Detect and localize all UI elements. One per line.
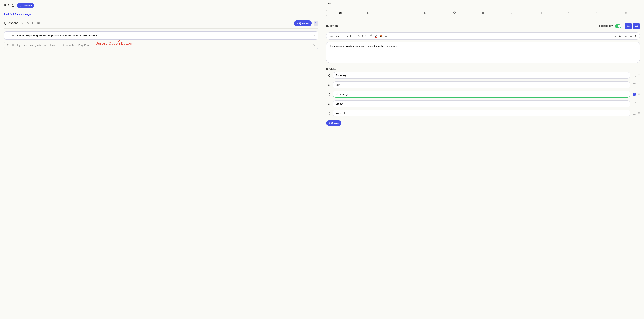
ordered-list-icon[interactable]: 123 <box>614 34 616 38</box>
more-options-button[interactable] <box>314 21 318 26</box>
type-photo-icon[interactable] <box>412 10 440 16</box>
choice-input[interactable] <box>332 110 630 116</box>
choice-letter: a) <box>326 74 330 77</box>
svg-rect-35 <box>625 12 627 14</box>
type-range-icon[interactable] <box>583 10 611 16</box>
svg-rect-20 <box>424 12 427 14</box>
remove-choice-button[interactable]: × <box>638 102 640 105</box>
choice-input[interactable] <box>332 72 630 79</box>
image-button[interactable] <box>633 23 640 29</box>
type-selector <box>326 10 640 16</box>
remove-choice-button[interactable]: × <box>638 83 640 86</box>
editor-toolbar: Sans Serif Small B I U A A 123 <box>326 32 640 39</box>
svg-point-56 <box>620 36 620 36</box>
question-textarea[interactable] <box>326 42 640 63</box>
text-color-icon[interactable]: A <box>375 34 377 38</box>
preview-button[interactable]: Preview <box>17 3 34 8</box>
indent-icon[interactable] <box>630 34 632 38</box>
type-slider-icon[interactable] <box>555 10 583 16</box>
help-icon[interactable] <box>37 21 40 25</box>
link-icon[interactable] <box>370 34 372 38</box>
question-number: 1 <box>7 34 9 37</box>
choice-checkbox[interactable] <box>633 102 636 105</box>
svg-point-31 <box>568 14 569 14</box>
outdent-icon[interactable] <box>624 34 627 38</box>
add-question-label: Question <box>299 22 309 24</box>
left-pane: R12 Preview Last Edit: 2 minutes ago Que… <box>0 0 322 319</box>
choice-checkbox[interactable] <box>633 83 636 86</box>
bullet-list-icon[interactable] <box>619 34 622 38</box>
choice-letter: c) <box>326 93 330 96</box>
svg-rect-0 <box>12 5 14 6</box>
type-text-icon[interactable] <box>383 10 411 16</box>
copy-icon[interactable] <box>26 21 29 25</box>
screener-label: IS SCREENER? <box>598 25 614 27</box>
questions-title: Questions <box>4 21 18 25</box>
highlight-icon[interactable]: A <box>380 35 382 37</box>
add-choice-button[interactable]: + Choice <box>326 120 341 126</box>
choice-letter: e) <box>326 112 330 115</box>
svg-text:3: 3 <box>614 36 614 37</box>
choice-row: d) × <box>326 100 640 107</box>
single-choice-icon <box>12 34 14 37</box>
question-number: 2 <box>7 44 9 47</box>
clear-format-icon[interactable]: T× <box>635 34 637 38</box>
font-family-select[interactable]: Sans Serif <box>329 35 342 37</box>
type-rating-icon[interactable] <box>440 10 468 16</box>
shuffle-icon[interactable] <box>20 21 23 25</box>
type-grid-icon[interactable] <box>526 10 554 16</box>
last-edit-link[interactable]: Last Edit: 2 minutes ago <box>4 13 30 15</box>
choice-checkbox[interactable] <box>633 112 636 115</box>
bold-icon[interactable]: B <box>358 34 360 37</box>
add-question-button[interactable]: + Question <box>294 20 312 26</box>
preview-label: Preview <box>23 4 32 7</box>
remove-question-button[interactable]: × <box>313 44 315 47</box>
question-text: If you are paying attention, please sele… <box>17 44 311 47</box>
svg-point-41 <box>636 25 636 26</box>
svg-point-24 <box>483 12 483 12</box>
remove-choice-button[interactable]: × <box>638 112 640 115</box>
italic-icon[interactable]: I <box>362 34 363 37</box>
underline-icon[interactable]: U <box>366 34 367 37</box>
type-single-choice-icon[interactable] <box>326 10 354 16</box>
svg-point-33 <box>598 12 598 13</box>
right-pane: TYPE QUESTION IS SCREENER? <box>322 0 644 319</box>
choice-input[interactable] <box>332 91 630 98</box>
question-label: QUESTION <box>326 25 338 27</box>
unlock-icon <box>12 3 15 7</box>
svg-point-32 <box>596 12 597 13</box>
choice-checkbox[interactable] <box>633 74 636 77</box>
svg-point-21 <box>425 12 426 13</box>
type-dropdown-icon[interactable] <box>498 10 526 16</box>
single-choice-icon <box>12 43 14 47</box>
choice-checkbox[interactable] <box>633 93 636 96</box>
choice-input[interactable] <box>332 81 630 88</box>
question-item[interactable]: 2 If you are paying attention, please se… <box>4 41 318 49</box>
type-label: TYPE <box>326 2 640 5</box>
choice-row: a) × <box>326 72 640 79</box>
remove-choice-button[interactable]: × <box>638 93 640 96</box>
type-matrix-icon[interactable] <box>612 10 640 16</box>
svg-point-55 <box>620 35 620 36</box>
svg-rect-19 <box>368 12 370 14</box>
upload-button[interactable] <box>625 23 632 29</box>
align-icon[interactable] <box>385 34 388 38</box>
choice-row: c) × <box>326 91 640 98</box>
svg-rect-23 <box>483 12 483 14</box>
choice-letter: b) <box>326 83 330 86</box>
choice-row: e) × <box>326 110 640 116</box>
remove-choice-button[interactable]: × <box>638 74 640 77</box>
choice-input[interactable] <box>332 100 630 107</box>
svg-point-29 <box>568 12 569 12</box>
remove-question-button[interactable]: × <box>313 34 315 37</box>
svg-point-8 <box>38 23 39 24</box>
question-item[interactable]: 1 If you are paying attention, please se… <box>4 31 318 39</box>
type-info-icon[interactable] <box>469 10 497 16</box>
font-size-select[interactable]: Small <box>346 35 354 37</box>
choice-letter: d) <box>326 102 330 105</box>
screener-toggle[interactable] <box>615 24 621 28</box>
round-code: R12 <box>4 4 9 7</box>
choices-label: CHOICES <box>326 68 640 70</box>
list-icon[interactable] <box>32 21 34 25</box>
type-checkbox-icon[interactable] <box>355 10 382 16</box>
